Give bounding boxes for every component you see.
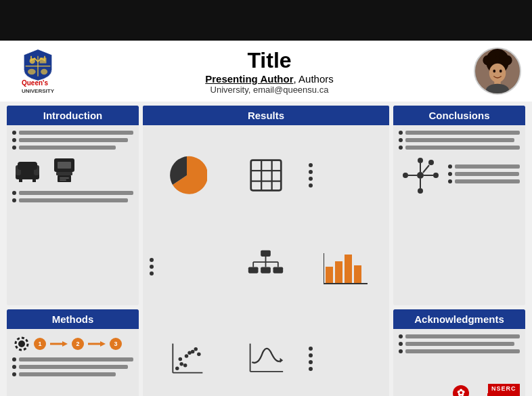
- text-bar: [19, 198, 128, 202]
- bullet: [12, 131, 16, 135]
- ack-text-lines: [399, 334, 520, 353]
- introduction-body: [7, 125, 139, 305]
- text-bar: [405, 342, 514, 346]
- scatter-plot-cell: [150, 315, 223, 396]
- intro-text-lines-2: [12, 191, 133, 202]
- acknowledgments-header: Acknowledgments: [393, 309, 525, 329]
- result-line: [309, 360, 315, 364]
- bullet: [12, 357, 16, 361]
- methods-line-3: [12, 372, 133, 376]
- svg-point-13: [489, 64, 506, 83]
- conclusions-side-line-3: [448, 179, 520, 183]
- scatter-plot-icon: [168, 340, 205, 378]
- printer-icon: [51, 155, 78, 185]
- results-header: Results: [143, 106, 389, 125]
- bullet: [150, 271, 154, 276]
- svg-point-76: [428, 160, 434, 165]
- svg-rect-23: [18, 162, 37, 170]
- svg-marker-33: [62, 341, 68, 347]
- conclusions-header: Conclusions: [393, 106, 525, 125]
- svg-rect-28: [60, 177, 69, 179]
- conclusions-side-text: [448, 164, 520, 183]
- bullet: [399, 131, 403, 135]
- bullet: [309, 177, 313, 181]
- header-center: Title Presenting Author, Authors Univers…: [65, 48, 474, 95]
- bullet: [309, 353, 313, 357]
- bullet: [448, 164, 452, 169]
- result-line: [309, 347, 315, 351]
- svg-rect-51: [326, 267, 333, 284]
- intro-line-1: [12, 131, 133, 135]
- presenting-author: Presenting Author: [205, 73, 293, 85]
- result-line: [150, 271, 156, 276]
- bullet: [150, 265, 154, 269]
- poster-title: Title: [65, 48, 474, 73]
- bullet: [309, 163, 313, 167]
- results-body: [143, 125, 389, 396]
- svg-point-11: [487, 52, 496, 61]
- svg-point-2: [30, 58, 35, 64]
- text-bar: [19, 146, 116, 150]
- conclusions-section: Conclusions: [393, 106, 525, 305]
- bullet: [399, 334, 403, 338]
- svg-text:✿: ✿: [457, 387, 465, 396]
- svg-point-5: [41, 69, 47, 74]
- svg-point-66: [197, 352, 201, 356]
- wave-chart-icon: [247, 340, 284, 378]
- result-line: [309, 177, 315, 181]
- nserc-text-block: NSERC CRSNG: [487, 384, 520, 396]
- bar-chart-cell: [309, 224, 382, 311]
- introduction-header: Introduction: [7, 106, 139, 125]
- svg-rect-26: [56, 172, 72, 175]
- bullet: [399, 342, 403, 346]
- svg-point-75: [403, 173, 408, 178]
- introduction-section: Introduction: [7, 106, 139, 305]
- result-line: [150, 265, 156, 269]
- methods-line-1: [12, 357, 133, 361]
- text-bar: [455, 172, 519, 176]
- workflow-icon: [12, 334, 31, 353]
- bullet: [12, 191, 16, 195]
- bullet: [309, 183, 313, 188]
- queens-logo-svg: [21, 48, 55, 82]
- bullet: [12, 198, 16, 202]
- table-icon: [249, 158, 283, 192]
- authors-suffix: , Authors: [294, 73, 334, 85]
- bullet: [399, 349, 403, 353]
- result-line: [150, 258, 156, 262]
- bullet: [309, 347, 313, 351]
- svg-rect-52: [335, 261, 342, 284]
- conclusions-side-line-2: [448, 172, 520, 176]
- svg-rect-48: [261, 267, 271, 273]
- bullet: [448, 172, 452, 176]
- intro-line-3: [12, 146, 133, 150]
- svg-rect-54: [354, 265, 361, 284]
- hierarchy-icon: [247, 248, 284, 286]
- result-line: [309, 170, 315, 174]
- result-line: [309, 163, 315, 167]
- svg-point-30: [18, 340, 25, 347]
- grid-icon-cell: [229, 132, 303, 219]
- top-bar: [0, 0, 532, 41]
- ack-line-3: [399, 349, 520, 353]
- conclusions-body: [393, 125, 525, 305]
- text-bar: [405, 146, 520, 150]
- arrow-icon-2: [87, 339, 107, 349]
- conclusions-network-row: [399, 154, 520, 198]
- intro-icons-row: [12, 155, 133, 185]
- conclusions-line-2: [399, 138, 520, 142]
- nserc-logo-area: ✿ NSERC CRSNG: [399, 383, 520, 396]
- svg-rect-3: [40, 58, 47, 63]
- result-line: [309, 353, 315, 357]
- workflow-row: 1 2 3: [12, 334, 133, 353]
- text-bar: [455, 179, 520, 183]
- right-column: Conclusions: [393, 106, 525, 396]
- bullet: [12, 372, 16, 376]
- intro-text-lines: [12, 131, 133, 150]
- queens-logo: Queen'sUNIVERSITY: [11, 48, 65, 94]
- bullet: [309, 360, 313, 364]
- institution: University, email@queensu.ca: [65, 85, 474, 95]
- bullet: [448, 179, 452, 183]
- text-bar: [19, 365, 128, 369]
- crsng-label: CRSNG: [487, 393, 520, 396]
